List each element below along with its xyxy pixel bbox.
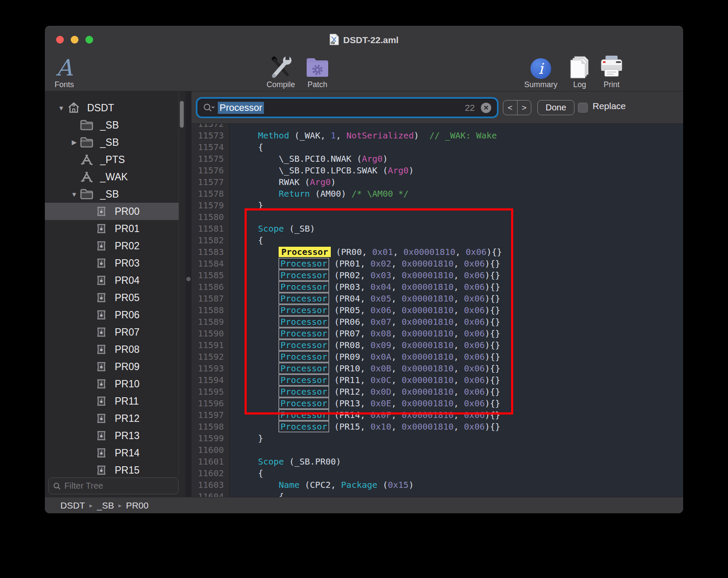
code-text[interactable]: Processor (PR05, 0x06, 0x00001810, 0x06)… bbox=[229, 305, 500, 316]
tree-item-pr10[interactable]: PR10 bbox=[45, 375, 179, 393]
code-line[interactable]: 11598 Processor (PR15, 0x10, 0x00001810,… bbox=[191, 421, 683, 433]
tree-item-pr15[interactable]: PR15 bbox=[45, 462, 179, 475]
code-line[interactable]: 11583 Processor (PR00, 0x01, 0x00001810,… bbox=[191, 246, 683, 258]
tree-item-sb[interactable]: ▼_SB bbox=[45, 185, 179, 203]
clear-search-icon[interactable]: ✕ bbox=[481, 103, 491, 113]
code-text[interactable]: Processor (PR00, 0x01, 0x00001810, 0x06)… bbox=[229, 246, 502, 258]
code-text[interactable]: Processor (PR14, 0x0F, 0x00001810, 0x06)… bbox=[229, 409, 500, 421]
code-line[interactable]: 11578 Return (AM00) /* \AM00 */ bbox=[191, 188, 683, 200]
code-line[interactable]: 11574 { bbox=[191, 141, 683, 153]
code-line[interactable]: 11600 bbox=[191, 444, 683, 456]
code-line[interactable]: 11591 Processor (PR08, 0x09, 0x00001810,… bbox=[191, 339, 683, 351]
code-editor[interactable]: 1157211573 Method (_WAK, 1, NotSerialize… bbox=[191, 124, 683, 497]
code-line[interactable]: 11587 Processor (PR04, 0x05, 0x00001810,… bbox=[191, 293, 683, 305]
tree-item-pr01[interactable]: PR01 bbox=[45, 220, 179, 237]
fonts-button[interactable]: A Fonts bbox=[45, 55, 88, 89]
code-text[interactable]: { bbox=[229, 141, 263, 153]
code-text[interactable]: Processor (PR04, 0x05, 0x00001810, 0x06)… bbox=[229, 293, 500, 305]
code-line[interactable]: 11584 Processor (PR01, 0x02, 0x00001810,… bbox=[191, 258, 683, 270]
disclosure-triangle-icon[interactable]: ▼ bbox=[56, 104, 66, 112]
pane-splitter[interactable] bbox=[185, 91, 191, 497]
find-input[interactable]: Processor 22 ✕ bbox=[198, 99, 497, 116]
code-text[interactable]: Method (_WAK, 1, NotSerialized) // _WAK:… bbox=[229, 130, 497, 141]
code-text[interactable] bbox=[229, 211, 237, 223]
code-line[interactable]: 11599 } bbox=[191, 433, 683, 444]
disclosure-triangle-icon[interactable]: ▶ bbox=[69, 138, 79, 146]
disclosure-triangle-icon[interactable]: ▼ bbox=[69, 191, 79, 198]
code-text[interactable] bbox=[229, 444, 237, 456]
scrollbar-thumb[interactable] bbox=[180, 101, 184, 128]
code-text[interactable]: } bbox=[229, 433, 263, 444]
code-text[interactable]: Processor (PR03, 0x04, 0x00001810, 0x06)… bbox=[229, 281, 500, 293]
code-line[interactable]: 11589 Processor (PR06, 0x07, 0x00001810,… bbox=[191, 316, 683, 328]
tree-item-pr11[interactable]: PR11 bbox=[45, 393, 179, 410]
splitter-handle-icon[interactable] bbox=[186, 277, 191, 281]
code-line[interactable]: 11576 \_SB.PCI0.LPCB.SWAK (Arg0) bbox=[191, 165, 683, 176]
tree-item-dsdt[interactable]: ▼DSDT bbox=[45, 99, 179, 116]
code-line[interactable]: 11590 Processor (PR07, 0x08, 0x00001810,… bbox=[191, 328, 683, 339]
code-line[interactable]: 11594 Processor (PR11, 0x0C, 0x00001810,… bbox=[191, 374, 683, 386]
tree-item-pr00[interactable]: PR00 bbox=[45, 203, 179, 220]
tree-item-pts[interactable]: _PTS bbox=[45, 151, 179, 168]
sidebar-scrollbar[interactable] bbox=[179, 91, 185, 475]
tree-item-pr12[interactable]: PR12 bbox=[45, 410, 179, 427]
patch-button[interactable]: Patch bbox=[294, 55, 341, 89]
code-text[interactable]: Return (AM00) /* \AM00 */ bbox=[229, 188, 408, 200]
tree-item-sb[interactable]: ▶_SB bbox=[45, 134, 179, 151]
code-line[interactable]: 11601 Scope (_SB.PR00) bbox=[191, 456, 683, 468]
code-text[interactable]: RWAK (Arg0) bbox=[229, 176, 336, 188]
breadcrumb-item-pr00[interactable]: PR00 bbox=[126, 500, 149, 511]
tree-item-pr09[interactable]: PR09 bbox=[45, 358, 179, 375]
code-line[interactable]: 11602 { bbox=[191, 468, 683, 479]
code-line[interactable]: 11575 \_SB.PCI0.NWAK (Arg0) bbox=[191, 153, 683, 165]
code-line[interactable]: 11588 Processor (PR05, 0x06, 0x00001810,… bbox=[191, 305, 683, 316]
code-line[interactable]: 11586 Processor (PR03, 0x04, 0x00001810,… bbox=[191, 281, 683, 293]
tree-item-pr03[interactable]: PR03 bbox=[45, 254, 179, 272]
tree-item-pr02[interactable]: PR02 bbox=[45, 237, 179, 254]
code-text[interactable]: Processor (PR06, 0x07, 0x00001810, 0x06)… bbox=[229, 316, 500, 328]
filter-tree-input[interactable] bbox=[64, 481, 174, 491]
tree-item-sb[interactable]: _SB bbox=[45, 116, 179, 134]
code-line[interactable]: 11593 Processor (PR10, 0x0B, 0x00001810,… bbox=[191, 363, 683, 374]
code-text[interactable] bbox=[229, 124, 237, 130]
breadcrumb-item-sb[interactable]: _SB bbox=[97, 500, 114, 511]
code-line[interactable]: 11595 Processor (PR12, 0x0D, 0x00001810,… bbox=[191, 386, 683, 398]
code-text[interactable]: } bbox=[229, 200, 263, 211]
code-line[interactable]: 11573 Method (_WAK, 1, NotSerialized) //… bbox=[191, 130, 683, 141]
code-text[interactable]: Processor (PR02, 0x03, 0x00001810, 0x06)… bbox=[229, 270, 500, 281]
filter-tree-field[interactable] bbox=[48, 477, 179, 494]
code-text[interactable]: { bbox=[229, 235, 263, 246]
code-line[interactable]: 11585 Processor (PR02, 0x03, 0x00001810,… bbox=[191, 270, 683, 281]
code-text[interactable]: { bbox=[229, 491, 284, 497]
breadcrumb-item-dsdt[interactable]: DSDT bbox=[60, 500, 85, 511]
code-line[interactable]: 11581 Scope (_SB) bbox=[191, 223, 683, 235]
tree-item-pr13[interactable]: PR13 bbox=[45, 427, 179, 444]
code-text[interactable]: Processor (PR11, 0x0C, 0x00001810, 0x06)… bbox=[229, 374, 500, 386]
code-text[interactable]: Name (CPC2, Package (0x15) bbox=[229, 479, 414, 491]
code-text[interactable]: Processor (PR10, 0x0B, 0x00001810, 0x06)… bbox=[229, 363, 500, 374]
code-line[interactable]: 11579 } bbox=[191, 200, 683, 211]
code-line[interactable]: 11592 Processor (PR09, 0x0A, 0x00001810,… bbox=[191, 351, 683, 363]
print-button[interactable]: Print bbox=[588, 55, 635, 89]
tree-item-pr06[interactable]: PR06 bbox=[45, 306, 179, 324]
next-match-button[interactable]: > bbox=[518, 101, 531, 115]
tree-item-pr08[interactable]: PR08 bbox=[45, 341, 179, 358]
code-text[interactable]: Processor (PR09, 0x0A, 0x00001810, 0x06)… bbox=[229, 351, 500, 363]
tree-item-pr05[interactable]: PR05 bbox=[45, 289, 179, 306]
code-line[interactable]: 11582 { bbox=[191, 235, 683, 246]
tree-item-pr07[interactable]: PR07 bbox=[45, 324, 179, 341]
replace-checkbox[interactable] bbox=[578, 103, 588, 113]
code-line[interactable]: 11596 Processor (PR13, 0x0E, 0x00001810,… bbox=[191, 398, 683, 409]
code-text[interactable]: Processor (PR15, 0x10, 0x00001810, 0x06)… bbox=[229, 421, 500, 433]
previous-match-button[interactable]: < bbox=[503, 101, 518, 115]
code-text[interactable]: Processor (PR01, 0x02, 0x00001810, 0x06)… bbox=[229, 258, 500, 270]
code-line[interactable]: 11580 bbox=[191, 211, 683, 223]
done-button[interactable]: Done bbox=[537, 100, 574, 115]
code-text[interactable]: Processor (PR12, 0x0D, 0x00001810, 0x06)… bbox=[229, 386, 500, 398]
tree-item-wak[interactable]: _WAK bbox=[45, 168, 179, 185]
code-line[interactable]: 11604 { bbox=[191, 491, 683, 497]
code-text[interactable]: \_SB.PCI0.NWAK (Arg0) bbox=[229, 153, 388, 165]
code-text[interactable]: Processor (PR13, 0x0E, 0x00001810, 0x06)… bbox=[229, 398, 500, 409]
code-line[interactable]: 11597 Processor (PR14, 0x0F, 0x00001810,… bbox=[191, 409, 683, 421]
code-text[interactable]: Scope (_SB.PR00) bbox=[229, 456, 341, 468]
